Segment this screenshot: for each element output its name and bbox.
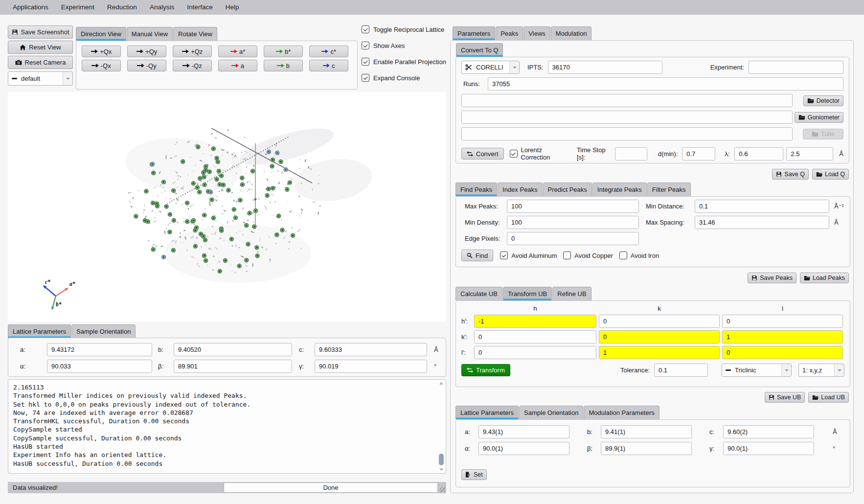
tab-integrate-peaks[interactable]: Integrate Peaks xyxy=(592,183,647,196)
view-minus-qx-button[interactable]: -Qx xyxy=(82,60,121,71)
matrix-cell-h-k[interactable] xyxy=(599,315,720,328)
console-scrollbar[interactable] xyxy=(438,381,444,472)
dmin-field[interactable] xyxy=(682,147,715,160)
save-peaks-button[interactable]: Save Peaks xyxy=(748,273,796,283)
lorentz-correction-checkbox[interactable] xyxy=(510,150,518,158)
tab-find-peaks[interactable]: Find Peaks xyxy=(455,183,497,196)
tab-transform-ub[interactable]: Transform UB xyxy=(503,287,552,300)
menu-interface[interactable]: Interface xyxy=(181,0,219,15)
3d-reciprocal-lattice-viewport[interactable]: c*a*b* xyxy=(8,92,446,322)
c-field[interactable] xyxy=(723,425,814,438)
beta-field[interactable] xyxy=(174,360,292,373)
matrix-cell-k-k[interactable] xyxy=(599,330,720,344)
menu-reduction[interactable]: Reduction xyxy=(101,0,143,15)
detector-calibration-field[interactable] xyxy=(461,94,793,107)
alpha-field[interactable] xyxy=(47,360,152,373)
reset-camera-button[interactable]: Reset Camera xyxy=(8,56,73,69)
tab-direction-view[interactable]: Direction View xyxy=(76,27,126,41)
b-field[interactable] xyxy=(174,343,292,356)
tab-views[interactable]: Views xyxy=(523,26,550,40)
transform-button[interactable]: Transform xyxy=(461,364,510,376)
tab-predict-peaks[interactable]: Predict Peaks xyxy=(543,183,592,196)
matrix-cell-l-h[interactable] xyxy=(474,346,596,359)
reset-view-button[interactable]: Reset View xyxy=(8,41,73,54)
min-density-field[interactable] xyxy=(507,216,639,229)
matrix-cell-h-h[interactable] xyxy=(474,315,596,328)
edge-pixels-field[interactable] xyxy=(507,232,639,245)
view-a-button[interactable]: a xyxy=(218,60,257,71)
toggle-reciprocal-lattice-option[interactable]: Toggle Reciprocal Lattice xyxy=(362,25,446,33)
tab-lattice-parameters-left[interactable]: Lattice Parameters xyxy=(8,324,71,338)
resize-grip[interactable] xyxy=(440,487,445,492)
tab-modulation-parameters[interactable]: Modulation Parameters xyxy=(584,406,659,419)
lambda-min-field[interactable] xyxy=(734,147,783,160)
find-button[interactable]: Find xyxy=(461,250,493,261)
tolerance-field[interactable] xyxy=(654,364,708,377)
detector-button[interactable]: Detector xyxy=(803,95,843,106)
tab-modulation[interactable]: Modulation xyxy=(551,26,592,40)
save-ub-button[interactable]: Save UB xyxy=(765,392,805,403)
tab-filter-peaks[interactable]: Filter Peaks xyxy=(647,183,691,196)
scroll-up-icon[interactable] xyxy=(439,382,443,385)
tab-calculate-ub[interactable]: Calculate UB xyxy=(455,287,502,300)
runs-field[interactable] xyxy=(488,77,843,91)
scroll-down-icon[interactable] xyxy=(439,468,443,471)
menu-analysis[interactable]: Analysis xyxy=(143,0,181,15)
time-stop-field[interactable] xyxy=(615,147,647,160)
menu-help[interactable]: Help xyxy=(219,0,246,15)
enable-parallel-projection-option[interactable]: Enable Parallel Projection xyxy=(362,58,446,66)
matrix-cell-k-h[interactable] xyxy=(474,330,596,344)
load-q-button[interactable]: Load Q xyxy=(812,169,849,180)
checkbox[interactable] xyxy=(362,42,369,49)
tab-rotate-view[interactable]: Rotate View xyxy=(173,27,217,41)
checkbox[interactable] xyxy=(362,25,369,33)
max-peaks-field[interactable] xyxy=(507,200,639,213)
min-distance-field[interactable] xyxy=(695,200,829,213)
scrollbar-thumb[interactable] xyxy=(439,454,444,465)
tab-index-peaks[interactable]: Index Peaks xyxy=(498,183,543,196)
tab-convert-to-q[interactable]: Convert To Q xyxy=(456,43,503,57)
checkbox[interactable] xyxy=(362,58,369,66)
view-minus-qy-button[interactable]: -Qy xyxy=(127,60,166,71)
c-field[interactable] xyxy=(315,343,427,356)
save-q-button[interactable]: Save Q xyxy=(772,169,809,180)
set-button[interactable]: Set xyxy=(461,469,487,480)
expand-console-option[interactable]: Expand Console xyxy=(362,74,446,82)
view-minus-qz-button[interactable]: -Qz xyxy=(173,60,212,71)
view-b-button[interactable]: b xyxy=(264,60,303,71)
tab-sample-orientation-left[interactable]: Sample Orientation xyxy=(71,324,136,338)
a-field[interactable] xyxy=(478,425,569,438)
a-field[interactable] xyxy=(47,343,152,356)
matrix-cell-h-l[interactable] xyxy=(722,315,843,328)
goniometer-file-field[interactable] xyxy=(461,111,793,124)
instrument-dropdown[interactable]: CORELLI xyxy=(461,61,520,74)
menu-applications[interactable]: Applications xyxy=(6,0,55,15)
tab-manual-view[interactable]: Manual View xyxy=(127,27,173,41)
lattice-type-dropdown[interactable]: Triclinic xyxy=(722,364,792,377)
experiment-field[interactable] xyxy=(749,61,843,74)
load-peaks-button[interactable]: Load Peaks xyxy=(800,273,849,283)
view-plus-qy-button[interactable]: +Qy xyxy=(127,46,166,57)
load-ub-button[interactable]: Load UB xyxy=(808,392,849,403)
avoid-iron-checkbox[interactable] xyxy=(619,252,627,259)
view-a-star-button[interactable]: a* xyxy=(218,46,257,57)
alpha-field[interactable] xyxy=(478,442,569,455)
ipts-field[interactable] xyxy=(548,61,662,74)
view-c-button[interactable]: c xyxy=(309,60,348,71)
view-b-star-button[interactable]: b* xyxy=(264,46,303,57)
tab-peaks[interactable]: Peaks xyxy=(496,26,523,40)
menu-experiment[interactable]: Experiment xyxy=(55,0,101,15)
view-plus-qx-button[interactable]: +Qx xyxy=(82,46,121,57)
preset-dropdown[interactable]: default xyxy=(8,71,73,86)
view-plus-qz-button[interactable]: +Qz xyxy=(173,46,212,57)
tab-sample-orientation-right[interactable]: Sample Orientation xyxy=(519,406,583,419)
gamma-field[interactable] xyxy=(315,360,427,373)
gamma-field[interactable] xyxy=(723,442,814,455)
save-screenshot-button[interactable]: Save Screenshot xyxy=(8,25,73,39)
tab-lattice-parameters-right[interactable]: Lattice Parameters xyxy=(455,406,519,419)
tube-file-field[interactable] xyxy=(461,127,793,140)
checkbox[interactable] xyxy=(362,74,369,82)
convert-button[interactable]: Convert xyxy=(461,148,504,160)
goniometer-button[interactable]: Goniometer xyxy=(795,112,843,123)
beta-field[interactable] xyxy=(601,442,692,455)
